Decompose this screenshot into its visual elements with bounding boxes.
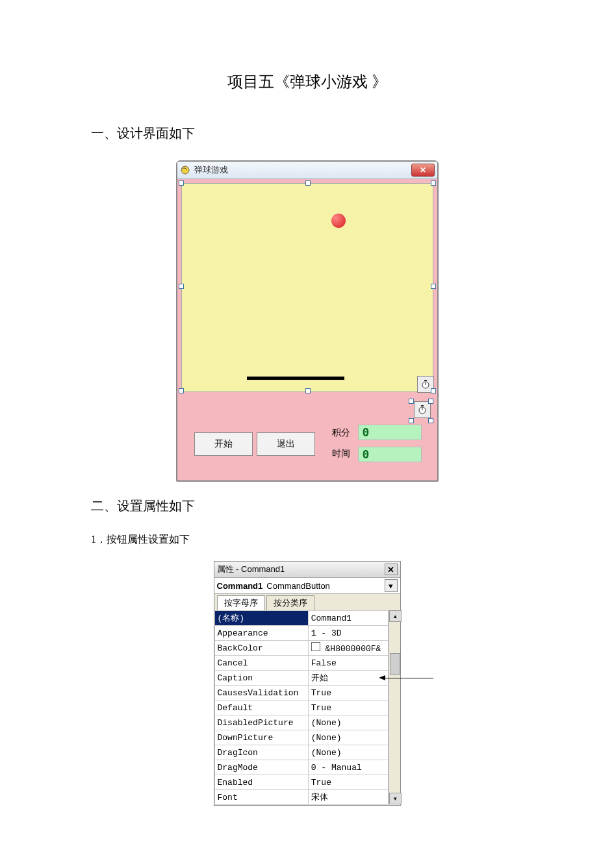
property-row[interactable]: BackColor &H8000000F& — [214, 641, 388, 656]
property-key: (名称) — [214, 611, 308, 626]
property-value[interactable]: 开始 — [308, 671, 388, 686]
property-key: Enabled — [214, 775, 308, 790]
form-titlebar[interactable]: 弹球游戏 ✕ — [177, 162, 437, 179]
property-value[interactable]: (None) — [308, 730, 388, 745]
property-row[interactable]: Enabled True — [214, 775, 388, 790]
property-key: Appearance — [214, 626, 308, 641]
svg-point-0 — [181, 166, 189, 174]
property-key: Font — [214, 790, 308, 805]
property-row[interactable]: Default True — [214, 701, 388, 715]
section-heading-design: 一、设计界面如下 — [91, 125, 523, 142]
property-row[interactable]: CausesValidation True — [214, 686, 388, 701]
property-key: DownPicture — [214, 730, 308, 745]
form-title-text: 弹球游戏 — [194, 164, 411, 176]
subsection-button-props: 1．按钮属性设置如下 — [91, 533, 523, 547]
property-value[interactable]: Command1 — [308, 611, 388, 626]
play-area — [181, 183, 433, 392]
properties-title-text: 属性 - Command1 — [217, 564, 385, 575]
property-row[interactable]: Font 宋体 — [214, 790, 388, 805]
scroll-thumb[interactable] — [390, 653, 400, 675]
properties-scrollbar[interactable]: ▴ ▾ — [389, 610, 400, 804]
property-key: DisabledPicture — [214, 715, 308, 730]
property-row[interactable]: DisabledPicture (None) — [214, 715, 388, 730]
property-value[interactable]: 宋体 — [308, 790, 388, 805]
property-key: DragIcon — [214, 745, 308, 760]
property-row[interactable]: (名称) Command1 — [214, 611, 388, 626]
property-value[interactable]: 0 - Manual — [308, 760, 388, 775]
property-value[interactable]: True — [308, 775, 388, 790]
playarea-container[interactable] — [181, 183, 433, 392]
time-value: 0 — [358, 447, 422, 462]
section-heading-properties: 二、设置属性如下 — [91, 497, 523, 515]
property-row[interactable]: DragIcon (None) — [214, 745, 388, 760]
ball-shape — [331, 214, 346, 228]
tab-categorized[interactable]: 按分类序 — [266, 595, 314, 610]
property-key: Caption — [214, 671, 308, 686]
score-value: 0 — [358, 425, 422, 440]
property-key: CausesValidation — [214, 686, 308, 701]
caption-callout-line — [385, 678, 433, 678]
property-value[interactable]: True — [308, 701, 388, 715]
properties-panel: 属性 - Command1 ✕ Command1 CommandButton ▾… — [214, 561, 401, 806]
scroll-up-icon[interactable]: ▴ — [389, 610, 402, 622]
property-row[interactable]: Caption 开始 — [214, 671, 388, 686]
tab-alphabetical[interactable]: 按字母序 — [217, 595, 265, 610]
property-value[interactable]: True — [308, 686, 388, 701]
chevron-down-icon[interactable]: ▾ — [385, 579, 398, 592]
property-key: BackColor — [214, 641, 308, 656]
property-row[interactable]: Cancel False — [214, 656, 388, 671]
form-icon — [180, 165, 190, 175]
properties-grid[interactable]: (名称) Command1Appearance 1 - 3DBackColor … — [214, 610, 389, 805]
property-key: Default — [214, 701, 308, 715]
property-value[interactable]: &H8000000F& — [308, 641, 388, 656]
property-row[interactable]: Appearance 1 - 3D — [214, 626, 388, 641]
start-button[interactable]: 开始 — [194, 432, 253, 456]
svg-rect-2 — [424, 380, 427, 381]
time-label: 时间 — [332, 448, 350, 460]
property-key: DragMode — [214, 760, 308, 775]
property-value[interactable]: False — [308, 656, 388, 671]
property-value[interactable]: (None) — [308, 715, 388, 730]
property-value[interactable]: 1 - 3D — [308, 626, 388, 641]
property-value[interactable]: (None) — [308, 745, 388, 760]
close-icon[interactable]: ✕ — [385, 564, 398, 575]
close-icon[interactable]: ✕ — [411, 164, 435, 177]
properties-titlebar[interactable]: 属性 - Command1 ✕ — [214, 562, 400, 578]
vb-form-window: 弹球游戏 ✕ — [176, 160, 439, 482]
object-name-text: Command1 — [217, 581, 263, 591]
score-label: 积分 — [332, 427, 350, 439]
property-row[interactable]: DownPicture (None) — [214, 730, 388, 745]
toolbar-area: 开始 退出 积分 0 时间 0 — [181, 422, 433, 477]
paddle-shape — [247, 377, 344, 380]
properties-wrap: 属性 - Command1 ✕ Command1 CommandButton ▾… — [91, 561, 523, 806]
quit-button[interactable]: 退出 — [257, 432, 315, 456]
property-row[interactable]: DragMode 0 - Manual — [214, 760, 388, 775]
svg-rect-5 — [421, 405, 424, 406]
scroll-down-icon[interactable]: ▾ — [389, 793, 402, 804]
object-type-text: CommandButton — [266, 581, 384, 591]
property-key: Cancel — [214, 656, 308, 671]
document-title: 项目五《弹球小游戏 》 — [91, 71, 523, 92]
properties-object-combo[interactable]: Command1 CommandButton ▾ — [214, 578, 400, 594]
caption-callout-arrow — [379, 675, 385, 680]
